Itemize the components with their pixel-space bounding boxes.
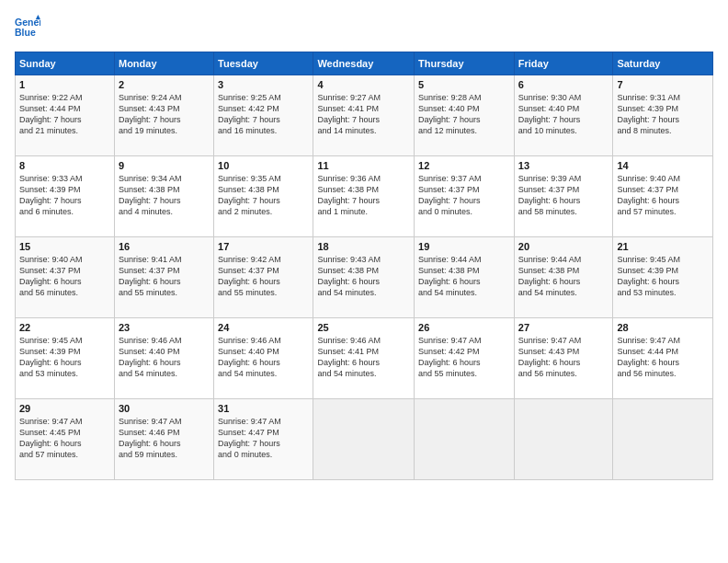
day-number: 26 xyxy=(418,322,510,333)
day-info: Sunrise: 9:36 AM Sunset: 4:38 PM Dayligh… xyxy=(317,173,410,218)
day-info: Sunrise: 9:35 AM Sunset: 4:38 PM Dayligh… xyxy=(218,173,309,218)
day-info: Sunrise: 9:45 AM Sunset: 4:39 PM Dayligh… xyxy=(19,335,110,380)
calendar-cell: 5Sunrise: 9:28 AM Sunset: 4:40 PM Daylig… xyxy=(415,75,515,156)
calendar-header-row: SundayMondayTuesdayWednesdayThursdayFrid… xyxy=(16,52,713,75)
day-info: Sunrise: 9:44 AM Sunset: 4:38 PM Dayligh… xyxy=(518,254,609,299)
calendar-cell: 9Sunrise: 9:34 AM Sunset: 4:38 PM Daylig… xyxy=(114,156,213,237)
calendar-cell xyxy=(313,399,415,480)
calendar-cell: 13Sunrise: 9:39 AM Sunset: 4:37 PM Dayli… xyxy=(514,156,613,237)
col-header-wednesday: Wednesday xyxy=(313,52,415,75)
page-header: General Blue xyxy=(15,15,713,40)
day-info: Sunrise: 9:22 AM Sunset: 4:44 PM Dayligh… xyxy=(19,92,110,137)
calendar-cell: 21Sunrise: 9:45 AM Sunset: 4:39 PM Dayli… xyxy=(613,237,713,318)
day-number: 18 xyxy=(317,241,410,252)
col-header-tuesday: Tuesday xyxy=(214,52,313,75)
day-number: 27 xyxy=(518,322,609,333)
col-header-friday: Friday xyxy=(514,52,613,75)
day-number: 14 xyxy=(617,160,709,171)
day-info: Sunrise: 9:27 AM Sunset: 4:41 PM Dayligh… xyxy=(317,92,410,137)
day-number: 19 xyxy=(418,241,510,252)
svg-text:Blue: Blue xyxy=(15,27,36,38)
calendar-cell: 6Sunrise: 9:30 AM Sunset: 4:40 PM Daylig… xyxy=(514,75,613,156)
calendar-cell: 27Sunrise: 9:47 AM Sunset: 4:43 PM Dayli… xyxy=(514,318,613,399)
day-number: 12 xyxy=(418,160,510,171)
calendar-cell: 25Sunrise: 9:46 AM Sunset: 4:41 PM Dayli… xyxy=(313,318,415,399)
calendar-cell: 14Sunrise: 9:40 AM Sunset: 4:37 PM Dayli… xyxy=(613,156,713,237)
day-info: Sunrise: 9:40 AM Sunset: 4:37 PM Dayligh… xyxy=(19,254,110,299)
day-info: Sunrise: 9:43 AM Sunset: 4:38 PM Dayligh… xyxy=(317,254,410,299)
day-info: Sunrise: 9:40 AM Sunset: 4:37 PM Dayligh… xyxy=(617,173,709,218)
day-info: Sunrise: 9:34 AM Sunset: 4:38 PM Dayligh… xyxy=(119,173,210,218)
calendar-cell: 2Sunrise: 9:24 AM Sunset: 4:43 PM Daylig… xyxy=(114,75,213,156)
calendar-cell: 19Sunrise: 9:44 AM Sunset: 4:38 PM Dayli… xyxy=(415,237,515,318)
day-number: 8 xyxy=(19,160,110,171)
day-number: 2 xyxy=(119,79,210,90)
day-number: 20 xyxy=(518,241,609,252)
day-info: Sunrise: 9:41 AM Sunset: 4:37 PM Dayligh… xyxy=(119,254,210,299)
day-info: Sunrise: 9:24 AM Sunset: 4:43 PM Dayligh… xyxy=(119,92,210,137)
col-header-thursday: Thursday xyxy=(415,52,515,75)
calendar-cell: 3Sunrise: 9:25 AM Sunset: 4:42 PM Daylig… xyxy=(214,75,313,156)
logo-icon: General Blue xyxy=(15,15,40,40)
day-info: Sunrise: 9:30 AM Sunset: 4:40 PM Dayligh… xyxy=(518,92,609,137)
day-number: 5 xyxy=(418,79,510,90)
day-info: Sunrise: 9:47 AM Sunset: 4:42 PM Dayligh… xyxy=(418,335,510,380)
calendar-cell: 22Sunrise: 9:45 AM Sunset: 4:39 PM Dayli… xyxy=(16,318,115,399)
day-number: 15 xyxy=(19,241,110,252)
day-info: Sunrise: 9:33 AM Sunset: 4:39 PM Dayligh… xyxy=(19,173,110,218)
day-number: 25 xyxy=(317,322,410,333)
day-number: 24 xyxy=(218,322,309,333)
calendar-cell: 15Sunrise: 9:40 AM Sunset: 4:37 PM Dayli… xyxy=(16,237,115,318)
calendar-cell: 4Sunrise: 9:27 AM Sunset: 4:41 PM Daylig… xyxy=(313,75,415,156)
calendar-cell: 28Sunrise: 9:47 AM Sunset: 4:44 PM Dayli… xyxy=(613,318,713,399)
day-info: Sunrise: 9:37 AM Sunset: 4:37 PM Dayligh… xyxy=(418,173,510,218)
col-header-sunday: Sunday xyxy=(16,52,115,75)
calendar-week-5: 29Sunrise: 9:47 AM Sunset: 4:45 PM Dayli… xyxy=(16,399,713,480)
day-info: Sunrise: 9:31 AM Sunset: 4:39 PM Dayligh… xyxy=(617,92,709,137)
calendar-cell xyxy=(514,399,613,480)
calendar-cell: 20Sunrise: 9:44 AM Sunset: 4:38 PM Dayli… xyxy=(514,237,613,318)
day-info: Sunrise: 9:44 AM Sunset: 4:38 PM Dayligh… xyxy=(418,254,510,299)
day-number: 21 xyxy=(617,241,709,252)
day-number: 6 xyxy=(518,79,609,90)
day-number: 1 xyxy=(19,79,110,90)
calendar-table: SundayMondayTuesdayWednesdayThursdayFrid… xyxy=(15,52,713,480)
day-number: 7 xyxy=(617,79,709,90)
col-header-monday: Monday xyxy=(114,52,213,75)
calendar-cell: 12Sunrise: 9:37 AM Sunset: 4:37 PM Dayli… xyxy=(415,156,515,237)
day-info: Sunrise: 9:46 AM Sunset: 4:40 PM Dayligh… xyxy=(119,335,210,380)
calendar-cell: 10Sunrise: 9:35 AM Sunset: 4:38 PM Dayli… xyxy=(214,156,313,237)
day-number: 30 xyxy=(119,403,210,414)
calendar-cell: 16Sunrise: 9:41 AM Sunset: 4:37 PM Dayli… xyxy=(114,237,213,318)
day-info: Sunrise: 9:47 AM Sunset: 4:47 PM Dayligh… xyxy=(218,416,309,461)
calendar-body: 1Sunrise: 9:22 AM Sunset: 4:44 PM Daylig… xyxy=(16,75,713,480)
calendar-cell: 31Sunrise: 9:47 AM Sunset: 4:47 PM Dayli… xyxy=(214,399,313,480)
day-number: 9 xyxy=(119,160,210,171)
day-info: Sunrise: 9:42 AM Sunset: 4:37 PM Dayligh… xyxy=(218,254,309,299)
calendar-cell: 17Sunrise: 9:42 AM Sunset: 4:37 PM Dayli… xyxy=(214,237,313,318)
day-number: 22 xyxy=(19,322,110,333)
day-number: 11 xyxy=(317,160,410,171)
calendar-week-1: 1Sunrise: 9:22 AM Sunset: 4:44 PM Daylig… xyxy=(16,75,713,156)
calendar-cell: 8Sunrise: 9:33 AM Sunset: 4:39 PM Daylig… xyxy=(16,156,115,237)
day-number: 29 xyxy=(19,403,110,414)
calendar-cell: 18Sunrise: 9:43 AM Sunset: 4:38 PM Dayli… xyxy=(313,237,415,318)
day-number: 16 xyxy=(119,241,210,252)
logo: General Blue xyxy=(15,15,40,40)
calendar-week-3: 15Sunrise: 9:40 AM Sunset: 4:37 PM Dayli… xyxy=(16,237,713,318)
calendar-cell: 30Sunrise: 9:47 AM Sunset: 4:46 PM Dayli… xyxy=(114,399,213,480)
day-info: Sunrise: 9:47 AM Sunset: 4:46 PM Dayligh… xyxy=(119,416,210,461)
day-info: Sunrise: 9:46 AM Sunset: 4:40 PM Dayligh… xyxy=(218,335,309,380)
calendar-cell: 24Sunrise: 9:46 AM Sunset: 4:40 PM Dayli… xyxy=(214,318,313,399)
day-info: Sunrise: 9:39 AM Sunset: 4:37 PM Dayligh… xyxy=(518,173,609,218)
day-number: 13 xyxy=(518,160,609,171)
day-info: Sunrise: 9:47 AM Sunset: 4:44 PM Dayligh… xyxy=(617,335,709,380)
day-number: 23 xyxy=(119,322,210,333)
calendar-cell: 1Sunrise: 9:22 AM Sunset: 4:44 PM Daylig… xyxy=(16,75,115,156)
day-info: Sunrise: 9:47 AM Sunset: 4:43 PM Dayligh… xyxy=(518,335,609,380)
day-number: 31 xyxy=(218,403,309,414)
day-number: 28 xyxy=(617,322,709,333)
day-info: Sunrise: 9:25 AM Sunset: 4:42 PM Dayligh… xyxy=(218,92,309,137)
day-number: 4 xyxy=(317,79,410,90)
day-info: Sunrise: 9:46 AM Sunset: 4:41 PM Dayligh… xyxy=(317,335,410,380)
